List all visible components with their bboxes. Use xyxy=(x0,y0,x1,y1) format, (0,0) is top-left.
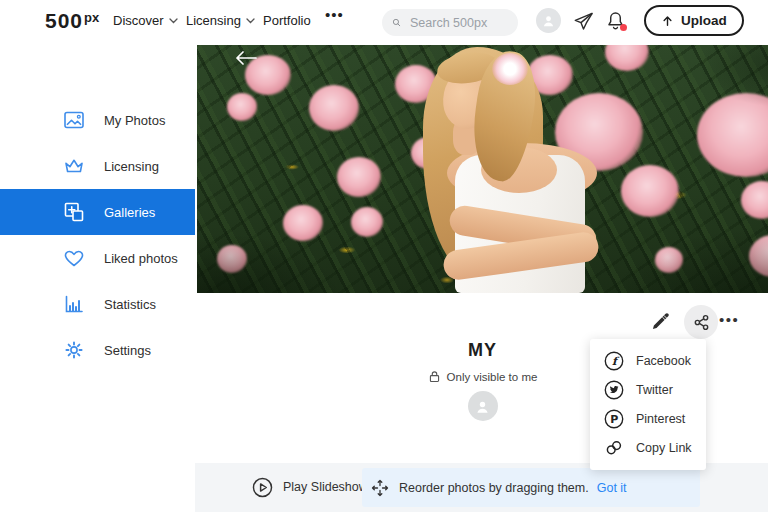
nav-discover[interactable]: Discover xyxy=(113,13,178,28)
sidebar-item-label: Liked photos xyxy=(104,251,178,266)
move-arrows-icon xyxy=(369,477,391,499)
gallery-footer-bar: Play Slideshow Reorder photos by draggin… xyxy=(195,463,768,512)
svg-text:P: P xyxy=(610,413,618,426)
nav-licensing-label: Licensing xyxy=(186,13,241,28)
cover-photo-subject xyxy=(197,45,768,293)
nav-portfolio-label: Portfolio xyxy=(263,13,311,28)
twitter-icon xyxy=(603,379,625,401)
pinterest-icon: P xyxy=(603,408,625,430)
galleries-icon xyxy=(62,200,86,224)
got-it-link[interactable]: Got it xyxy=(597,481,627,495)
share-menu-item-twitter[interactable]: Twitter xyxy=(590,375,706,404)
person-icon xyxy=(540,12,557,29)
visibility-label: Only visible to me xyxy=(447,371,538,383)
search-input[interactable] xyxy=(408,15,508,31)
up-arrow-icon xyxy=(661,14,674,28)
share-icon xyxy=(692,313,711,332)
gallery-cover-photo xyxy=(197,45,768,293)
sidebar: My Photos Licensing Galleries Liked phot… xyxy=(0,45,195,512)
share-menu-item-pinterest[interactable]: P Pinterest xyxy=(590,404,706,433)
back-button[interactable] xyxy=(235,51,257,69)
svg-text:f: f xyxy=(612,355,620,368)
share-gallery-button[interactable] xyxy=(684,305,718,339)
edit-gallery-button[interactable] xyxy=(649,309,673,333)
gear-icon xyxy=(62,338,86,362)
statistics-icon xyxy=(62,292,86,316)
share-menu-item-label: Copy Link xyxy=(636,441,692,455)
play-slideshow-button[interactable] xyxy=(252,477,273,498)
sidebar-item-label: Licensing xyxy=(104,159,159,174)
gallery-more-button[interactable]: ••• xyxy=(719,311,739,328)
share-menu-item-label: Twitter xyxy=(636,383,673,397)
paper-plane-icon xyxy=(572,10,595,33)
crown-icon xyxy=(62,154,86,178)
copy-link-icon xyxy=(603,437,625,459)
sidebar-item-galleries[interactable]: Galleries xyxy=(0,189,195,235)
nav-more-menu[interactable]: ••• xyxy=(325,6,344,23)
nav-discover-label: Discover xyxy=(113,13,164,28)
share-menu-item-copy-link[interactable]: Copy Link xyxy=(590,433,706,462)
logo-text: 500 xyxy=(45,9,83,32)
nav-licensing[interactable]: Licensing xyxy=(186,13,255,28)
ellipsis-icon: ••• xyxy=(719,311,739,328)
play-slideshow-label[interactable]: Play Slideshow xyxy=(283,463,368,512)
facebook-icon: f xyxy=(603,350,625,372)
reorder-hint: Reorder photos by dragging them. Got it xyxy=(362,468,700,507)
share-menu-item-label: Facebook xyxy=(636,354,691,368)
nav-portfolio[interactable]: Portfolio xyxy=(263,13,311,28)
back-arrow-icon xyxy=(235,51,257,65)
share-menu-item-facebook[interactable]: f Facebook xyxy=(590,346,706,375)
sidebar-item-label: Settings xyxy=(104,343,151,358)
sidebar-item-settings[interactable]: Settings xyxy=(0,327,195,373)
share-menu: f Facebook Twitter P Pinterest Copy Link xyxy=(590,339,706,470)
sidebar-item-liked-photos[interactable]: Liked photos xyxy=(0,235,195,281)
sidebar-item-statistics[interactable]: Statistics xyxy=(0,281,195,327)
sidebar-item-my-photos[interactable]: My Photos xyxy=(0,97,195,143)
pencil-icon xyxy=(649,309,673,333)
upload-label: Upload xyxy=(681,13,727,28)
reorder-hint-text: Reorder photos by dragging them. xyxy=(399,481,589,495)
chevron-down-icon xyxy=(169,18,178,24)
photos-icon xyxy=(62,108,86,132)
chevron-down-icon xyxy=(246,18,255,24)
search-bar[interactable] xyxy=(382,9,518,36)
user-avatar[interactable] xyxy=(536,8,561,33)
play-icon xyxy=(252,477,273,498)
ellipsis-icon: ••• xyxy=(325,6,344,23)
sidebar-item-label: My Photos xyxy=(104,113,165,128)
heart-icon xyxy=(62,246,86,270)
person-icon xyxy=(473,397,492,416)
sidebar-item-label: Galleries xyxy=(104,205,155,220)
messages-button[interactable] xyxy=(572,10,595,37)
share-menu-item-label: Pinterest xyxy=(636,412,685,426)
top-navigation-bar: 500px Discover Licensing Portfolio ••• xyxy=(0,0,768,45)
hair-flower xyxy=(492,53,528,85)
gallery-owner-avatar xyxy=(468,391,498,421)
notifications-button[interactable] xyxy=(604,9,627,36)
lock-icon xyxy=(428,370,441,383)
search-icon xyxy=(392,15,401,30)
500px-galleries-page: 500px Discover Licensing Portfolio ••• xyxy=(0,0,768,512)
notification-badge xyxy=(620,24,627,31)
sidebar-item-label: Statistics xyxy=(104,297,156,312)
sidebar-item-licensing[interactable]: Licensing xyxy=(0,143,195,189)
500px-logo[interactable]: 500px xyxy=(45,9,98,33)
upload-button[interactable]: Upload xyxy=(644,5,744,36)
